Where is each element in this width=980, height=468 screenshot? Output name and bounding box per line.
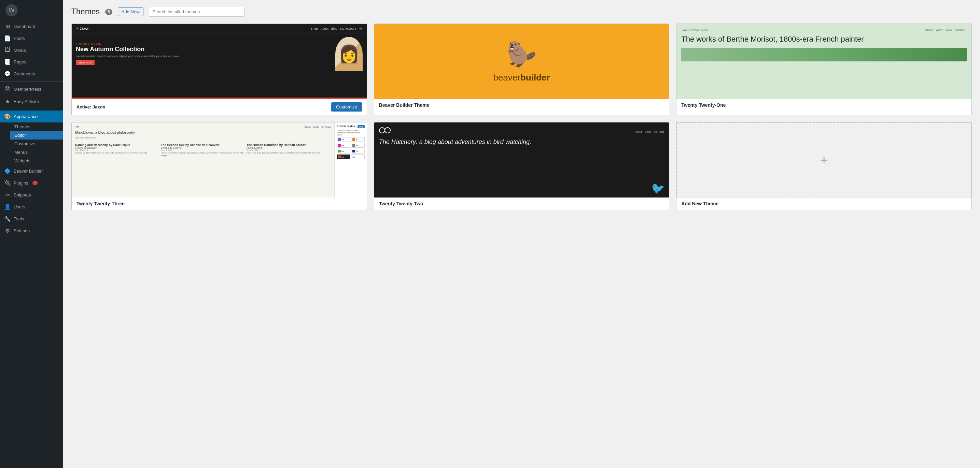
sidebar-sub-themes[interactable]: Themes [10,122,63,131]
beaver-preview: 🦫 beaverbuilder [374,24,669,99]
style-chip-5: Aa [337,149,350,154]
jaxon-shop-btn[interactable]: SHOP NOW [76,60,95,65]
theme-card-jaxon[interactable]: ✦ Jaxon Shop About Blog My Account 🛒 STA… [72,24,367,115]
jaxon-active-label: Active: Jaxon [76,105,105,109]
style-chips-grid: Aa Aa Aa Aa Aa Aa Aa Aa [337,137,365,159]
style-chip-1: Aa [337,137,350,142]
sidebar-item-settings[interactable]: ⚙ Settings [0,225,63,237]
sidebar-item-posts[interactable]: 📄 Posts [0,32,63,44]
ttth-about: About [305,126,311,128]
ttth-nav-links: About Books All Posts [305,126,331,128]
sidebar-sub-editor[interactable]: Editor [10,131,63,140]
style-chip-7: Aa [337,154,350,159]
ttth-styles-sub: Choose a different style combination for… [337,130,365,136]
theme-card-add-new[interactable]: + Add New Theme [676,122,972,210]
tto-preview: TWENTY TWENTY-ONE ABOUT WORK BLOG CONTAC… [676,24,972,99]
sidebar-item-snippets[interactable]: ✂ Snippets [0,189,63,201]
tttw-nav-posts: All Posts [654,130,664,133]
ttth-art-date-3: Sept 6, 2021 [247,149,331,151]
sidebar-item-tools[interactable]: 🔧 Tools [0,213,63,225]
sidebar-sub-customize[interactable]: Customize [10,140,63,148]
tttw-nav-birds: Birds [645,130,651,133]
tttw-header: About Birds All Posts [379,127,665,136]
sidebar-sub-widgets[interactable]: Widgets [10,157,63,165]
ttth-inner: TT3 About Books All Posts Mindblown: a b… [72,122,367,197]
ttth-articles: Naming and Necessity by Saul Kripke Simo… [75,143,331,159]
sidebar-sub-menus[interactable]: Menus [10,148,63,157]
chip-dot-1 [338,138,341,141]
jaxon-heading: New Autumn Collection [76,46,332,53]
tttw-logo [379,127,391,133]
sidebar-label-snippets: Snippets [14,192,31,197]
posts-icon: 📄 [4,35,11,41]
plugins-icon: 🔌 [4,180,11,186]
ttth-footer: Twenty Twenty-Three [72,197,367,210]
customize-button[interactable]: Customize [331,102,362,111]
sidebar-item-dashboard[interactable]: ⊞ Dashboard [0,21,63,32]
sidebar-item-media[interactable]: 🖼 Media [0,44,63,56]
easy-affiliate-icon: ★ [4,98,11,105]
comments-icon: 💬 [4,71,11,77]
ttth-preview: TT3 About Books All Posts Mindblown: a b… [72,122,367,197]
jaxon-nav-cart: 🛒 [359,27,363,30]
ttth-art-text-3: I try in vain to be persuaded that the p… [247,152,331,154]
ttth-books: Books [313,126,319,128]
theme-card-tto[interactable]: TWENTY TWENTY-ONE ABOUT WORK BLOG CONTAC… [676,24,972,115]
tttw-circle-2 [385,127,391,133]
tttw-theme-name: Twenty Twenty-Two [379,201,423,206]
users-icon: 👤 [4,204,11,210]
sidebar-item-memberpress[interactable]: Ⓜ MemberPress [0,83,63,95]
ttth-article-2: The Second Sex by Simone de Beauvoir Sim… [161,143,245,157]
sidebar-item-users[interactable]: 👤 Users [0,201,63,213]
style-chip-4: Aa [351,143,365,148]
beaver-builder-icon: 🔷 [4,168,11,174]
tto-blog: BLOG [946,29,952,31]
ttth-styles-title: Browse styles [337,124,355,128]
jaxon-logo: Jaxon [80,27,89,30]
sidebar-item-comments[interactable]: 💬 Comments [0,68,63,80]
sidebar-item-appearance[interactable]: 🎨 Appearance [0,111,63,122]
search-input[interactable] [149,7,245,17]
beaver-theme-name: Beaver Builder Theme [379,102,430,108]
jaxon-starting-from: STARTING FROM $347 [76,43,332,45]
theme-card-ttth[interactable]: TT3 About Books All Posts Mindblown: a b… [72,122,367,210]
main-content: Themes 5 Add New ✦ Jaxon Shop About Blog… [63,0,980,468]
appearance-submenu: Themes Editor Customize Menus Widgets [0,122,63,165]
tttw-bird-icon: 🐦 [651,182,665,195]
ttth-art-text-2: I feel a cold northern breeze play with … [161,152,245,157]
jaxon-nav-shop: Shop [311,27,318,30]
sidebar-label-plugins: Plugins [14,181,28,186]
theme-card-beaver[interactable]: 🦫 beaverbuilder Beaver Builder Theme [374,24,670,115]
sidebar: W ⊞ Dashboard 📄 Posts 🖼 Media 📑 Pages 💬 … [0,0,63,468]
sidebar-label-memberpress: MemberPress [14,87,41,92]
theme-card-tttw[interactable]: About Birds All Posts The Hatchery: a bl… [374,122,670,210]
tto-footer: Twenty Twenty-One [676,99,972,111]
jaxon-footer: Active: Jaxon Customize [72,99,367,115]
plugins-badge: 1 [32,181,38,185]
sidebar-label-dashboard: Dashboard [14,24,35,29]
add-new-button[interactable]: Add New [118,8,143,16]
sidebar-item-easy-affiliate[interactable]: ★ Easy Affiliate [0,95,63,108]
ttth-art-text-1: Inspired by this wind of promise, my day… [75,152,159,154]
tttw-nav-about: About [635,130,642,133]
jaxon-nav-about: About [321,27,329,30]
wp-logo-area: W [0,0,63,21]
settings-icon: ⚙ [4,227,11,234]
jaxon-theme-name: Jaxon [92,105,105,109]
style-chip-2: Aa [351,137,365,142]
ttth-art-author-1: Simone de Beauvoir [75,147,159,149]
tttw-nav-links: About Birds All Posts [635,130,664,133]
sidebar-item-pages[interactable]: 📑 Pages [0,56,63,68]
sidebar-label-beaver-builder: Beaver Builder [14,168,43,174]
ttth-blog-title: Mindblown: a blog about philosophy. [75,130,331,135]
add-theme-area[interactable]: + [676,122,972,197]
add-theme-plus-icon: + [820,152,828,168]
jaxon-preview: ✦ Jaxon Shop About Blog My Account 🛒 STA… [72,24,367,99]
sidebar-item-beaver-builder[interactable]: 🔷 Beaver Builder [0,165,63,177]
chip-dot-6 [352,150,355,152]
dashboard-icon: ⊞ [4,23,11,30]
ttth-panel-header: Browse styles Beta [337,124,365,129]
theme-count-badge: 5 [105,9,112,15]
jaxon-subtext: Lorem ipsum dolor sit amet, consectetur … [76,55,332,58]
sidebar-item-plugins[interactable]: 🔌 Plugins 1 [0,177,63,189]
